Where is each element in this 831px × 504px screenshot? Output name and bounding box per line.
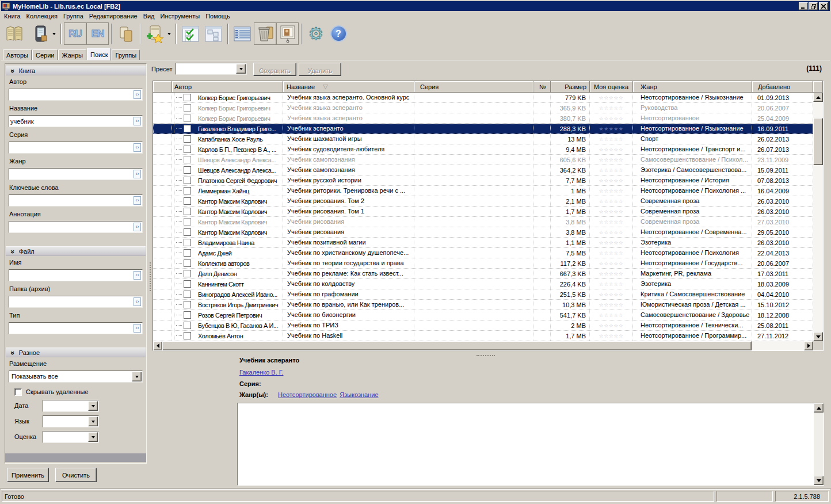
table-row[interactable]: Леммерман ХайнцУчебник риторики. Трениро… [153,186,813,196]
settings-button[interactable]: ⚙ [304,22,327,45]
row-checkbox[interactable] [184,249,191,257]
template-icon[interactable]: ‹› [134,223,141,231]
row-checkbox[interactable] [184,104,191,112]
tab-Поиск[interactable]: Поиск [87,48,111,60]
preset-delete-button[interactable]: Удалить [299,63,341,76]
column-header-Автор[interactable]: Автор [172,81,283,93]
section-header-2[interactable]: »Файл [6,246,146,256]
tab-Группы[interactable]: Группы [112,49,140,60]
table-row[interactable]: Адамс ДжейУчебник по христианскому душеп… [153,248,813,258]
table-row[interactable]: Владимирова НаинаУчебник позитивной маги… [153,238,813,248]
section-header-1[interactable]: »Книга [6,66,146,75]
preset-combobox[interactable] [176,63,247,75]
help-button[interactable]: ? [327,22,349,45]
table-row[interactable]: Кантор Максим КарловичУчебник рисования3… [153,217,813,227]
section-header-3[interactable]: »Разное [6,348,146,357]
template-icon[interactable]: ‹› [134,297,141,306]
combobox-Язык[interactable] [43,415,99,427]
table-row[interactable]: Бубенцов В Ю, Гасанов А И...Учебник по Т… [153,320,813,331]
template-icon[interactable]: ‹› [134,324,141,333]
table-row[interactable]: Колкер Борис ГригорьевичУчебник языка эс… [153,113,813,124]
text-input[interactable] [10,223,125,231]
row-checkbox[interactable] [184,177,191,184]
table-row[interactable]: Розов Сергей ПетровичУчебник по биоэнерг… [153,310,813,320]
table-row[interactable]: Гакаленко Владимир Григо...Учебник эспер… [153,124,813,134]
device-button[interactable] [31,22,51,45]
column-header-Добавлено[interactable]: Добавлено [752,81,813,93]
annotation-scroll-up[interactable] [814,403,824,413]
template-icon[interactable]: ‹› [134,90,141,99]
row-checkbox[interactable] [184,218,191,226]
column-header-Жанр[interactable]: Жанр [633,81,752,93]
text-input[interactable] [10,143,125,152]
template-icon[interactable]: ‹› [134,196,141,205]
menu-item-3[interactable]: Группа [60,12,86,21]
panels-button[interactable] [202,22,225,45]
row-checkbox[interactable] [184,311,191,319]
horizontal-scroll-thumb[interactable] [162,341,752,350]
template-icon[interactable]: ‹› [134,271,141,280]
column-header-Серия[interactable]: Серия [414,81,533,93]
trash-button[interactable] [254,22,276,45]
table-row[interactable]: Виноградов Алексей Ивано...Учебник по гр… [153,289,813,300]
row-checkbox[interactable] [184,166,191,174]
column-header-state[interactable] [153,81,172,93]
text-input[interactable] [10,297,125,306]
column-header-Название[interactable]: Название▽ [283,81,414,93]
menu-item-1[interactable]: Книга [1,12,24,21]
combobox-Дата[interactable] [43,400,99,412]
tab-Жанры[interactable]: Жанры [58,49,86,60]
table-row[interactable]: Платонов Сергей ФедоровичУчебник русской… [153,175,813,186]
row-checkbox[interactable] [184,280,191,288]
row-checkbox[interactable] [184,239,191,246]
menu-item-2[interactable]: Коллекция [24,12,60,21]
clear-button[interactable]: Очистить [55,468,97,482]
presentation-button[interactable] [276,22,299,45]
table-row[interactable]: Колкер Борис ГригорьевичУчебник языка эс… [153,103,813,113]
row-checkbox[interactable] [184,135,191,143]
device-dropdown-arrow[interactable] [52,33,56,35]
text-input[interactable] [10,90,125,99]
dropdown-button[interactable] [88,401,98,411]
row-checkbox[interactable] [184,94,191,101]
table-row[interactable]: Каннингем СкоттУчебник по колдовству226,… [153,279,813,289]
placement-combobox[interactable]: Показывать все [9,371,143,383]
table-row[interactable]: Колкер Борис ГригорьевичУчебник языка эс… [153,93,813,103]
menu-item-7[interactable]: Помощь [203,12,233,21]
row-checkbox[interactable] [184,146,191,153]
combobox-Оценка[interactable] [43,431,99,443]
row-checkbox[interactable] [184,187,191,194]
table-view-button[interactable] [231,22,254,45]
vertical-scroll-thumb[interactable] [813,118,823,165]
row-checkbox[interactable] [184,270,191,277]
scroll-up-button[interactable] [813,93,823,102]
table-row[interactable]: Кантор Максим КарловичУчебник рисования3… [153,227,813,238]
scroll-down-button[interactable] [813,332,823,341]
scroll-right-button[interactable] [804,341,813,350]
row-checkbox[interactable] [184,301,191,308]
favorites-dropdown-arrow[interactable] [167,33,171,35]
annotation-box[interactable] [237,403,824,486]
table-row[interactable]: Кантор Максим КарловичУчебник рисования.… [153,196,813,207]
row-checkbox[interactable] [184,332,191,339]
hide-deleted-checkbox[interactable] [14,388,22,396]
column-header-Размер[interactable]: Размер [551,81,590,93]
genre-link[interactable]: Неотсортированное [278,391,337,398]
scroll-left-button[interactable] [153,341,162,350]
table-row[interactable]: Карлов Б П., Певзнер В А., ...Учебник су… [153,144,813,155]
text-input[interactable] [10,271,125,280]
preset-save-button[interactable]: Сохранить [253,63,296,76]
dropdown-button[interactable] [132,372,142,381]
minimize-button[interactable] [799,2,808,10]
dropdown-button[interactable] [88,432,98,442]
row-checkbox[interactable] [184,259,191,267]
lang-ru-button[interactable]: RU [64,22,86,45]
table-row[interactable]: Шевцов Александр Алекса...Учебник самопо… [153,155,813,165]
row-checkbox[interactable] [184,197,191,205]
dropdown-button[interactable] [88,417,98,426]
annotation-scroll-down[interactable] [814,476,824,485]
table-row[interactable]: Шевцов Александр Алекса...Учебник самопо… [153,165,813,175]
tab-Серии[interactable]: Серии [32,49,58,60]
restore-button[interactable] [809,2,818,10]
template-icon[interactable]: ‹› [134,143,141,152]
